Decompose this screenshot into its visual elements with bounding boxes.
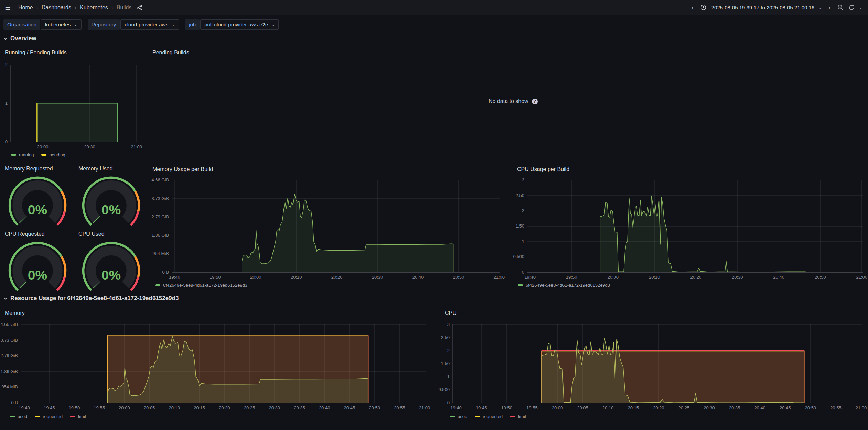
legend-item[interactable]: requested bbox=[475, 414, 503, 419]
legend-item[interactable]: limit bbox=[70, 414, 86, 419]
x-axis-tick-label: 20:05 bbox=[570, 405, 595, 410]
legend-item[interactable]: used bbox=[10, 414, 27, 419]
chevron-down-icon: ⌄ bbox=[74, 22, 77, 27]
x-axis-tick-label: 19:40 bbox=[12, 405, 36, 410]
x-axis-tick-label: 20:20 bbox=[684, 275, 708, 280]
chevron-down-icon bbox=[3, 36, 8, 41]
x-axis-tick-label: 20:10 bbox=[162, 405, 187, 410]
x-axis-tick-label: 19:45 bbox=[469, 405, 494, 410]
y-axis-tick-label: 2.79 GiB bbox=[145, 214, 169, 219]
y-axis-tick-label: 0 B bbox=[0, 400, 18, 405]
legend-item[interactable]: 6f42649e-5ee8-4d61-a172-19ed6152e9d3 bbox=[155, 283, 247, 288]
chart-plot-area[interactable] bbox=[527, 180, 863, 272]
panel-cpu-resource: CPU 00.50011.5022.50319:4019:4519:5019:5… bbox=[443, 308, 865, 426]
y-axis-tick-label: 2 bbox=[426, 348, 450, 353]
clock-icon[interactable] bbox=[699, 3, 708, 12]
panel-cpu-usage-per-build: CPU Usage per Build 00.50011.5022.50319:… bbox=[515, 164, 865, 292]
legend-item[interactable]: requested bbox=[35, 414, 63, 419]
y-axis-tick-label: 1 bbox=[500, 239, 524, 244]
legend-item[interactable]: pending bbox=[41, 152, 65, 157]
legend-item[interactable]: limit bbox=[510, 414, 526, 419]
time-shift-back-icon[interactable]: ‹ bbox=[688, 3, 697, 12]
filter-repository-select[interactable]: cloud-provider-aws ⌄ bbox=[120, 19, 179, 30]
breadcrumb-separator-icon: › bbox=[111, 4, 113, 10]
legend-item[interactable]: used bbox=[450, 414, 467, 419]
section-overview[interactable]: Overview bbox=[3, 35, 36, 42]
x-axis-tick-label: 19:50 bbox=[62, 405, 87, 410]
time-range-picker[interactable]: 2025-08-05 19:39:17 to 2025-08-05 21:00:… bbox=[711, 4, 814, 10]
gauge-arc: 0% bbox=[79, 175, 143, 228]
breadcrumb-home[interactable]: Home bbox=[18, 4, 33, 11]
time-shift-forward-icon[interactable]: › bbox=[825, 3, 834, 12]
y-axis-tick-label: 2.79 GiB bbox=[0, 353, 18, 358]
x-axis-tick-label: 20:50 bbox=[446, 275, 471, 280]
question-circle-icon[interactable]: ? bbox=[532, 99, 538, 104]
refresh-icon[interactable] bbox=[847, 3, 856, 12]
y-axis-tick-label: 0 bbox=[500, 269, 524, 275]
legend-series-marker bbox=[41, 154, 46, 156]
panel-title[interactable]: Pending Builds bbox=[150, 47, 865, 58]
section-resource-usage[interactable]: Resource Usage for 6f42649e-5ee8-4d61-a1… bbox=[3, 295, 179, 302]
panel-cpu-used: CPU Used 0% bbox=[76, 230, 144, 296]
x-axis-tick-label: 20:55 bbox=[823, 405, 848, 410]
y-axis-tick-label: 0 B bbox=[145, 269, 169, 275]
cpu-usage-chart[interactable]: 00.50011.5022.50319:4019:5020:0020:1020:… bbox=[515, 164, 865, 292]
zoom-out-icon[interactable] bbox=[836, 3, 845, 12]
legend-series-label: 6f42649e-5ee8-4d61-a172-19ed6152e9d3 bbox=[526, 283, 610, 288]
x-axis-tick-label: 20:20 bbox=[324, 275, 349, 280]
chart-legend: runningpending bbox=[11, 152, 65, 157]
x-axis-tick-label: 19:45 bbox=[37, 405, 62, 410]
legend-series-marker bbox=[35, 416, 40, 417]
cpu-resource-chart[interactable]: 00.50011.5022.50319:4019:4519:5019:5520:… bbox=[443, 308, 865, 426]
panel-memory-resource: Memory 0 B954 MiB1.86 GiB2.79 GiB3.73 Gi… bbox=[3, 308, 427, 426]
chart-plot-area[interactable] bbox=[21, 324, 426, 403]
running-pending-chart[interactable]: 01220:0020:3021:00runningpending bbox=[3, 47, 142, 162]
legend-series-label: 6f42649e-5ee8-4d61-a172-19ed6152e9d3 bbox=[163, 283, 247, 288]
panel-memory-used: Memory Used 0% bbox=[76, 164, 144, 230]
memory-resource-chart[interactable]: 0 B954 MiB1.86 GiB2.79 GiB3.73 GiB4.66 G… bbox=[3, 308, 427, 426]
breadcrumb: Home › Dashboards › Kubernetes › Builds bbox=[18, 4, 131, 11]
chart-legend: 6f42649e-5ee8-4d61-a172-19ed6152e9d3 bbox=[155, 283, 247, 288]
time-range-caret-icon[interactable]: ⌄ bbox=[818, 5, 823, 10]
x-axis-tick-label: 20:00 bbox=[112, 405, 137, 410]
memory-usage-chart[interactable]: 0 B954 MiB1.86 GiB2.79 GiB3.73 GiB4.66 G… bbox=[150, 164, 505, 292]
chart-plot-area[interactable] bbox=[10, 65, 137, 142]
breadcrumb-builds: Builds bbox=[117, 4, 132, 11]
legend-item[interactable]: running bbox=[11, 152, 34, 157]
filter-organisation-select[interactable]: kubernetes ⌄ bbox=[41, 19, 81, 30]
x-axis-tick-label: 20:30 bbox=[365, 275, 390, 280]
menu-icon[interactable]: ☰ bbox=[5, 4, 11, 11]
x-axis-tick-label: 19:55 bbox=[87, 405, 112, 410]
panel-title[interactable]: Memory Requested bbox=[3, 164, 74, 173]
filter-job-select[interactable]: pull-cloud-provider-aws-e2e ⌄ bbox=[200, 19, 279, 30]
cpu-requested-gauge: 0% bbox=[6, 241, 69, 295]
panel-title[interactable]: CPU Used bbox=[76, 230, 144, 239]
y-axis-tick-label: 954 MiB bbox=[145, 251, 169, 256]
gauge-arc: 0% bbox=[6, 175, 69, 228]
x-axis-tick-label: 20:40 bbox=[767, 275, 791, 280]
x-axis-tick-label: 20:25 bbox=[672, 405, 696, 410]
panel-cpu-requested: CPU Requested 0% bbox=[3, 230, 74, 296]
memory-requested-gauge: 0% bbox=[6, 175, 69, 229]
chevron-down-icon: ⌄ bbox=[172, 22, 175, 27]
legend-series-marker bbox=[155, 284, 160, 286]
panel-title[interactable]: CPU Requested bbox=[3, 230, 74, 239]
legend-item[interactable]: 6f42649e-5ee8-4d61-a172-19ed6152e9d3 bbox=[518, 283, 610, 288]
gauge-value: 0% bbox=[101, 268, 121, 283]
y-axis-tick-label: 1.50 bbox=[426, 361, 450, 366]
legend-series-marker bbox=[518, 284, 523, 286]
panel-title[interactable]: Memory Used bbox=[76, 164, 144, 173]
chart-legend: usedrequestedlimit bbox=[450, 414, 526, 419]
breadcrumb-kubernetes[interactable]: Kubernetes bbox=[80, 4, 108, 11]
chart-plot-area[interactable] bbox=[452, 324, 862, 403]
x-axis-tick-label: 20:20 bbox=[212, 405, 237, 410]
filter-job-label: job bbox=[185, 19, 200, 30]
x-axis-tick-label: 20:10 bbox=[284, 275, 309, 280]
share-icon[interactable] bbox=[136, 4, 142, 11]
legend-series-label: limit bbox=[78, 414, 86, 419]
refresh-interval-caret-icon[interactable]: ⌄ bbox=[858, 5, 863, 10]
chart-plot-area[interactable] bbox=[172, 180, 500, 272]
x-axis-tick-label: 21:00 bbox=[487, 275, 512, 280]
breadcrumb-dashboards[interactable]: Dashboards bbox=[42, 4, 71, 11]
panel-memory-usage-per-build: Memory Usage per Build 0 B954 MiB1.86 Gi… bbox=[150, 164, 505, 292]
